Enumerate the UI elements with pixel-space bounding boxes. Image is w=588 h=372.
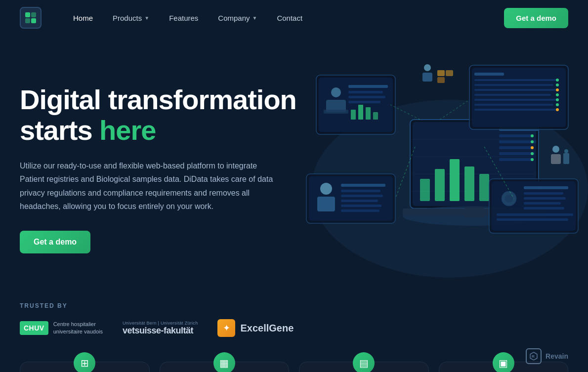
svg-point-22 [531, 134, 534, 137]
svg-point-73 [505, 195, 513, 203]
excellgene-icon: ✦ [217, 319, 235, 337]
svg-rect-76 [524, 197, 566, 200]
chevron-down-icon: ▼ [252, 15, 257, 21]
svg-rect-57 [358, 105, 363, 120]
svg-point-46 [556, 108, 559, 111]
svg-rect-51 [324, 110, 348, 114]
svg-point-45 [556, 103, 559, 106]
hero-content: Digital transformation starts here Utili… [20, 84, 296, 253]
svg-rect-21 [499, 158, 533, 161]
svg-rect-88 [446, 70, 453, 76]
svg-point-40 [556, 79, 559, 82]
logo-icon [20, 7, 42, 29]
feature-card-2: ▦ [160, 362, 290, 372]
vetsuisse-main-text: vetsuisse-fakultät [123, 326, 193, 336]
svg-point-24 [531, 146, 534, 149]
svg-rect-65 [341, 190, 380, 192]
svg-rect-37 [474, 99, 558, 101]
nav-link-features[interactable]: Features [161, 10, 206, 26]
svg-point-42 [556, 88, 559, 91]
svg-rect-34 [474, 84, 553, 86]
hero-title: Digital transformation starts here [20, 84, 296, 145]
feature-card-3-icon: ▤ [353, 352, 375, 372]
hero-description: Utilize our ready-to-use and flexible we… [20, 159, 282, 213]
svg-rect-77 [524, 202, 561, 205]
feature-card-1-icon: ⊞ [74, 352, 95, 372]
svg-rect-56 [351, 110, 356, 120]
svg-rect-12 [435, 169, 445, 201]
get-demo-button-hero[interactable]: Get a demo [20, 231, 90, 253]
trusted-by-label: TRUSTED BY [20, 302, 568, 309]
svg-point-93 [564, 149, 568, 153]
logo-vetsuisse: Universität Bern | Universität Zürich ve… [123, 321, 198, 336]
svg-rect-69 [341, 209, 379, 212]
feature-card-1: ⊞ [20, 362, 150, 372]
logo-excellgene: ✦ ExcellGene [217, 319, 294, 337]
navigation: Home Products ▼ Features Company ▼ Conta… [0, 0, 588, 36]
svg-point-62 [320, 183, 332, 195]
revain-icon: R [526, 348, 542, 364]
svg-rect-38 [474, 104, 553, 106]
revain-badge: R Revain [526, 348, 568, 364]
svg-rect-87 [437, 70, 445, 76]
svg-rect-58 [366, 107, 371, 120]
nav-link-contact[interactable]: Contact [269, 10, 310, 26]
svg-rect-1 [31, 12, 36, 17]
svg-rect-66 [341, 195, 383, 197]
svg-point-41 [556, 83, 559, 86]
svg-rect-79 [497, 213, 573, 216]
svg-rect-64 [341, 184, 385, 187]
trusted-by-section: TRUSTED BY CHUV Centre hospitalier unive… [0, 292, 588, 357]
svg-rect-52 [348, 85, 388, 88]
nav-cta: Get a demo [504, 8, 568, 28]
chevron-down-icon: ▼ [144, 15, 149, 21]
svg-point-23 [531, 140, 534, 143]
svg-point-26 [531, 158, 534, 161]
svg-rect-20 [499, 152, 535, 155]
svg-rect-80 [497, 218, 568, 221]
revain-text: Revain [546, 352, 568, 360]
hero-section: Digital transformation starts here Utili… [0, 36, 588, 292]
get-demo-button-nav[interactable]: Get a demo [504, 8, 568, 28]
svg-rect-86 [422, 73, 432, 82]
svg-point-25 [531, 152, 534, 155]
feature-card-4-icon: ▣ [493, 352, 514, 372]
nav-link-home[interactable]: Home [65, 10, 101, 26]
svg-rect-18 [499, 140, 536, 143]
svg-rect-31 [472, 68, 566, 127]
nav-item-company[interactable]: Company ▼ [210, 10, 265, 26]
nav-item-features[interactable]: Features [161, 10, 206, 26]
chuv-badge: CHUV [20, 321, 48, 335]
nav-item-contact[interactable]: Contact [269, 10, 310, 26]
svg-rect-67 [341, 200, 378, 202]
nav-item-products[interactable]: Products ▼ [105, 10, 157, 26]
feature-cards: ⊞ ▦ ▤ ▣ [0, 362, 588, 372]
svg-point-85 [424, 64, 431, 71]
logo[interactable] [20, 7, 42, 29]
svg-text:R: R [532, 354, 535, 359]
svg-rect-75 [524, 192, 563, 195]
svg-rect-53 [348, 91, 383, 93]
svg-rect-15 [479, 174, 489, 201]
svg-rect-89 [437, 77, 445, 83]
nav-menu: Home Products ▼ Features Company ▼ Conta… [65, 10, 504, 26]
feature-card-3: ▤ [299, 362, 429, 372]
svg-rect-59 [373, 112, 378, 120]
svg-rect-68 [341, 205, 381, 207]
svg-point-90 [552, 146, 559, 153]
svg-rect-74 [524, 186, 568, 189]
nav-link-products[interactable]: Products ▼ [105, 10, 157, 26]
svg-rect-55 [348, 101, 380, 103]
nav-item-home[interactable]: Home [65, 10, 101, 26]
svg-point-44 [556, 98, 559, 101]
svg-rect-14 [464, 166, 474, 201]
nav-link-company[interactable]: Company ▼ [210, 10, 265, 26]
chuv-text: Centre hospitalier universitaire vaudois [53, 321, 103, 336]
svg-rect-92 [563, 153, 569, 164]
svg-rect-32 [474, 73, 504, 76]
svg-rect-54 [348, 96, 385, 98]
svg-rect-2 [25, 18, 30, 23]
svg-rect-33 [474, 79, 558, 81]
svg-point-43 [556, 93, 559, 96]
svg-rect-17 [499, 134, 534, 137]
